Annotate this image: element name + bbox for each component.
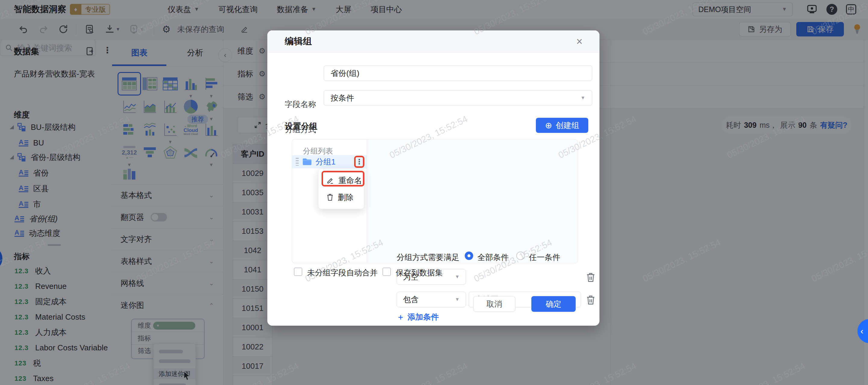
chevron-down-icon: ▼: [455, 297, 460, 302]
annotation-red-box: ⋮: [354, 156, 364, 168]
field-name-input[interactable]: 省份(组): [324, 65, 592, 81]
group-mode-select[interactable]: 按条件▼: [324, 90, 592, 106]
group-item[interactable]: 分组1 ⋮: [292, 155, 367, 168]
chevron-left-icon: ‹: [861, 326, 864, 336]
checkbox-save-dataset[interactable]: [382, 267, 391, 276]
more-actions-icon[interactable]: ⋮: [355, 158, 363, 166]
checkbox-save-dataset-label: 保存到数据集: [396, 267, 443, 278]
add-condition-link[interactable]: ＋添加条件: [397, 312, 439, 322]
delete-condition-icon[interactable]: [586, 295, 595, 306]
drag-handle-icon[interactable]: [296, 158, 299, 166]
condition2-operator-select[interactable]: 包含▼: [397, 292, 466, 307]
trash-icon: [327, 193, 334, 201]
group-list-label: 分组列表: [303, 146, 333, 156]
condition-header: 分组方式需要满足: [397, 252, 459, 263]
delete-condition-icon[interactable]: [586, 272, 595, 283]
checkbox-auto-merge[interactable]: [294, 267, 302, 276]
radio-all-label: 全部条件: [477, 252, 509, 263]
radio-any-condition[interactable]: [516, 252, 525, 260]
modal-header: 编辑组 ×: [267, 30, 599, 53]
plus-icon: ＋: [397, 312, 404, 322]
modal-title: 编辑组: [285, 35, 312, 47]
chevron-down-icon: ▼: [581, 95, 585, 101]
edit-group-modal: 编辑组 × 字段名称 省份(组) 分组方式 按条件▼ 设置分组 ⊕ 创建组 分组…: [267, 30, 599, 326]
confirm-button[interactable]: 确定: [531, 296, 576, 312]
radio-all-conditions[interactable]: [465, 252, 473, 260]
group-item-name: 分组1: [315, 157, 336, 167]
menu-item-delete[interactable]: 删除: [318, 189, 364, 206]
create-group-button[interactable]: ⊕ 创建组: [536, 118, 588, 133]
app-root: 智能数据洞察 ♦ 专业版 仪表盘▼ 可视化查询 数据准备▼ 大屏 项目中心 DE…: [0, 0, 868, 385]
radio-any-label: 任一条件: [529, 252, 560, 263]
folder-icon: [302, 158, 312, 166]
field-name-label: 字段名称: [285, 99, 316, 110]
plus-circle-icon: ⊕: [545, 121, 552, 130]
close-icon[interactable]: ×: [576, 35, 583, 48]
cancel-button[interactable]: 取消: [473, 296, 516, 312]
annotation-red-box-rename: [321, 171, 364, 187]
set-group-label: 设置分组: [285, 121, 317, 132]
chevron-down-icon: ▼: [455, 274, 460, 280]
checkbox-auto-merge-label: 未分组字段自动合并: [307, 267, 378, 278]
